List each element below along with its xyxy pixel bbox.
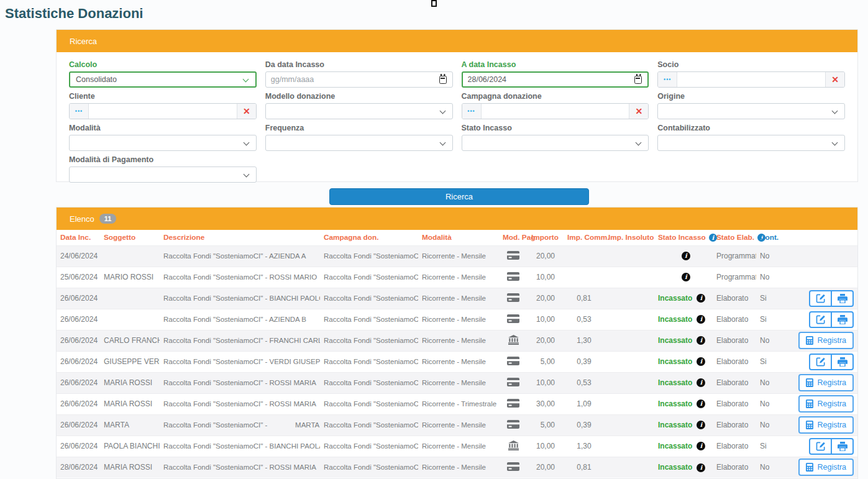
- edit-button[interactable]: [809, 311, 831, 328]
- table-row: 28/06/2024MARIA ROSSIRaccolta Fondi "Sos…: [57, 457, 857, 478]
- col-header-cont: Cont.: [756, 230, 779, 245]
- info-icon[interactable]: [697, 357, 705, 366]
- col-header-stato-incasso: Stato Incasso: [654, 230, 713, 245]
- info-icon[interactable]: [697, 294, 705, 303]
- col-header-descrizione: Descrizione: [160, 230, 320, 245]
- field-socio: Socio ••• ✕: [657, 60, 845, 88]
- chevron-down-icon: [439, 140, 445, 146]
- registra-button[interactable]: Registra: [798, 374, 854, 391]
- ricerca-button[interactable]: Ricerca: [329, 188, 589, 205]
- modalita-pagamento-select[interactable]: [69, 167, 257, 183]
- calendar-icon[interactable]: [634, 76, 642, 84]
- cell-modalita: Ricorrente - Mensile: [418, 372, 499, 393]
- calculator-icon: [806, 378, 813, 387]
- campagna-donazione-label: Campagna donazione: [462, 92, 649, 101]
- clear-icon[interactable]: ✕: [237, 104, 256, 119]
- cell-descrizione: Raccolta Fondi "SosteniamoCI" - AZIENDA …: [160, 245, 320, 267]
- cell-mod-pag: [499, 372, 528, 393]
- cell-cont: No: [756, 372, 779, 393]
- cell-data-inc: 26/06/2024: [57, 351, 100, 372]
- chevron-down-icon: [242, 76, 249, 83]
- info-icon[interactable]: [697, 315, 705, 324]
- origine-select[interactable]: [657, 103, 845, 119]
- cell-stato-incasso: Incassato: [654, 457, 713, 478]
- campagna-donazione-input[interactable]: [482, 104, 629, 119]
- info-icon[interactable]: [697, 399, 705, 408]
- lookup-dots-button[interactable]: •••: [70, 104, 89, 119]
- socio-input[interactable]: [677, 72, 825, 87]
- action-button-group: [809, 438, 854, 455]
- print-button[interactable]: [831, 290, 854, 307]
- bank-icon: [508, 440, 519, 452]
- cell-cont: Si: [756, 309, 779, 330]
- cliente-input[interactable]: [89, 104, 237, 119]
- cell-cont: No: [756, 393, 779, 414]
- stato-incasso-label: Stato Incasso: [462, 124, 649, 133]
- a-data-incasso-input[interactable]: [463, 73, 635, 86]
- col-header-actions: [779, 230, 857, 245]
- modello-donazione-select[interactable]: [265, 103, 453, 119]
- edit-button[interactable]: [809, 354, 831, 370]
- table-row: 26/06/2024Raccolta Fondi "SosteniamoCI" …: [57, 309, 857, 330]
- cell-stato-elab: Programmato: [713, 245, 756, 267]
- edit-button[interactable]: [809, 438, 831, 455]
- lookup-dots-button[interactable]: •••: [658, 72, 677, 87]
- cell-mod-pag: [499, 414, 528, 436]
- cell-stato-elab: Elaborato: [713, 436, 756, 457]
- edit-button[interactable]: [809, 290, 831, 307]
- cell-data-inc: 28/06/2024: [57, 457, 100, 478]
- modalita-select[interactable]: [69, 135, 257, 151]
- cell-modalita: Ricorrente - Mensile: [418, 351, 499, 372]
- search-panel: Ricerca Calcolo Consolidato Da data Inca…: [56, 29, 858, 182]
- cell-stato-incasso: Incassato: [654, 436, 713, 457]
- col-header-stato-incasso-text: Stato Incasso: [658, 233, 706, 242]
- print-button[interactable]: [831, 311, 854, 328]
- registra-button[interactable]: Registra: [798, 458, 854, 476]
- frequenza-select[interactable]: [265, 135, 453, 151]
- info-icon[interactable]: [682, 273, 690, 281]
- info-icon[interactable]: [697, 421, 705, 429]
- registra-button[interactable]: Registra: [798, 395, 854, 413]
- registra-button[interactable]: Registra: [798, 332, 854, 349]
- chevron-down-icon: [636, 140, 642, 146]
- info-icon[interactable]: [682, 252, 690, 260]
- registra-button[interactable]: Registra: [798, 416, 854, 434]
- cell-campagna-don: Raccolta Fondi "SosteniamoCI": [320, 267, 418, 288]
- clear-icon[interactable]: ✕: [825, 72, 844, 87]
- info-icon[interactable]: [697, 378, 705, 387]
- calculator-icon: [806, 421, 813, 429]
- cell-actions: Registra: [779, 372, 857, 393]
- lookup-dots-button[interactable]: •••: [462, 104, 482, 119]
- cell-mod-pag: [499, 330, 528, 351]
- calcolo-select[interactable]: Consolidato: [69, 71, 257, 88]
- calendar-icon[interactable]: [439, 76, 447, 84]
- info-icon[interactable]: [697, 336, 705, 345]
- info-icon[interactable]: [697, 463, 705, 472]
- socio-label: Socio: [657, 60, 845, 70]
- action-button-group: [809, 354, 854, 370]
- print-button[interactable]: [831, 354, 854, 370]
- field-a-data-incasso: A data Incasso: [462, 60, 649, 88]
- cell-campagna-don: Raccolta Fondi "SosteniamoCI": [320, 288, 418, 309]
- credit-card-icon: [507, 462, 519, 473]
- credit-card-icon: [507, 314, 519, 325]
- field-stato-incasso: Stato Incasso: [462, 124, 649, 151]
- registra-label: Registra: [817, 463, 846, 472]
- calculator-icon: [806, 463, 813, 472]
- stato-incasso-select[interactable]: [462, 135, 649, 151]
- cell-data-inc: 26/06/2024: [57, 288, 100, 309]
- contabilizzato-select[interactable]: [657, 135, 845, 151]
- cell-stato-elab: Elaborato: [713, 330, 756, 351]
- info-icon[interactable]: [697, 442, 705, 450]
- da-data-incasso-field: [265, 71, 453, 88]
- cell-soggetto: PAOLA BIANCHI: [100, 436, 160, 457]
- clear-icon[interactable]: ✕: [629, 104, 648, 119]
- cell-modalita: Ricorrente - Mensile: [418, 414, 499, 436]
- cell-actions: Registra: [779, 330, 857, 351]
- cell-descrizione: Raccolta Fondi "SosteniamoCI" - ROSSI MA…: [160, 393, 320, 414]
- stato-incasso-value: Incassato: [658, 315, 692, 324]
- list-panel-title: Elenco: [70, 214, 94, 224]
- credit-card-icon: [507, 251, 519, 262]
- da-data-incasso-input[interactable]: [266, 72, 439, 87]
- print-button[interactable]: [831, 438, 854, 455]
